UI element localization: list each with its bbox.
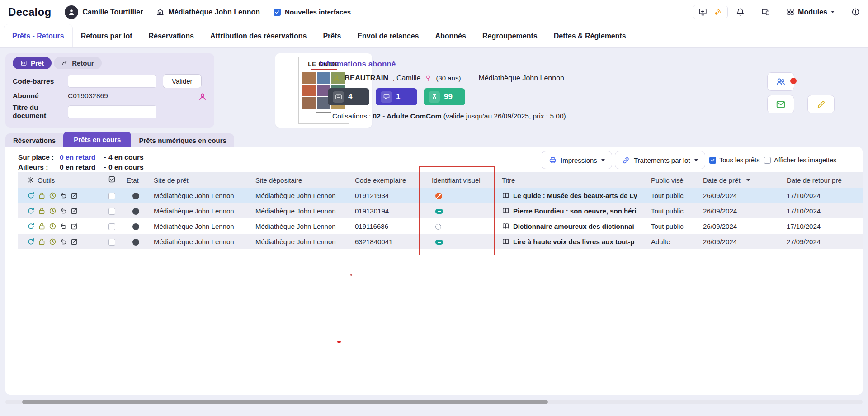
header-public-vise[interactable]: Public visé <box>646 172 698 188</box>
edit-subscriber-button[interactable] <box>807 95 835 113</box>
app-logo[interactable]: Decalog <box>8 6 51 19</box>
nav-tab-retours-par-lot[interactable]: Retours par lot <box>73 24 141 47</box>
nav-tab-dettes[interactable]: Dettes & Règlements <box>546 24 634 47</box>
nav-tab-attribution[interactable]: Attribution des réservations <box>202 24 315 47</box>
return-loan-icon[interactable] <box>60 207 67 215</box>
history-clock-icon[interactable] <box>49 238 57 246</box>
help-icon[interactable] <box>851 8 860 16</box>
return-loan-icon[interactable] <box>60 222 67 230</box>
cell-titre[interactable]: Pierre Bourdieu : son oeuvre, son héri <box>513 207 637 215</box>
new-interfaces-toggle[interactable]: Nouvelles interfaces <box>274 8 351 16</box>
return-loan-icon[interactable] <box>60 192 67 199</box>
return-loan-icon[interactable] <box>60 238 67 246</box>
loan-row[interactable]: Médiathèque John Lennon Médiathèque John… <box>18 234 863 249</box>
horizontal-scrollbar-thumb[interactable] <box>22 400 548 404</box>
member-icon <box>332 74 340 82</box>
barcode-input[interactable] <box>68 75 156 88</box>
loans-count-badge[interactable]: 4 <box>328 88 369 105</box>
edit-loan-icon[interactable] <box>71 238 78 246</box>
renew-loan-icon[interactable] <box>27 192 35 199</box>
tab-pret[interactable]: Prêt <box>13 57 52 69</box>
nav-tab-prets-retours[interactable]: Prêts - Retours <box>4 24 73 47</box>
history-clock-icon[interactable] <box>49 222 57 230</box>
nav-tab-prets[interactable]: Prêts <box>315 24 349 47</box>
subtab-prets-numeriques[interactable]: Prêts numériques en cours <box>131 134 234 147</box>
current-user[interactable]: Camille Tourtillier <box>65 5 143 19</box>
status-dot <box>132 223 139 230</box>
library-building-icon <box>156 8 164 16</box>
show-thumbnails-checkbox[interactable] <box>764 157 771 164</box>
cell-titre[interactable]: Dictionnaire amoureux des dictionnai <box>513 222 634 230</box>
header-identifiant-visuel[interactable]: Identifiant visuel <box>427 172 497 188</box>
lock-icon[interactable] <box>38 192 46 199</box>
subtab-reservations[interactable]: Réservations <box>5 134 63 147</box>
new-interfaces-checkbox[interactable] <box>274 9 281 16</box>
audio-assist-icon[interactable] <box>713 8 722 16</box>
header-outils[interactable]: Outils <box>38 176 55 184</box>
edit-loan-icon[interactable] <box>71 207 78 215</box>
cell-date-retour: 17/10/2024 <box>782 218 863 234</box>
select-all-checkbox-icon[interactable] <box>108 175 116 183</box>
loan-row[interactable]: Médiathèque John Lennon Médiathèque John… <box>18 203 863 218</box>
send-message-button[interactable] <box>767 95 794 113</box>
row-checkbox[interactable] <box>108 223 115 230</box>
row-checkbox[interactable] <box>108 193 115 199</box>
all-loans-toggle[interactable]: Tous les prêts <box>709 156 760 164</box>
nav-tab-relances[interactable]: Envoi de relances <box>349 24 427 47</box>
member-person-icon[interactable] <box>198 92 207 101</box>
tab-retour[interactable]: Retour <box>54 57 101 69</box>
cell-titre[interactable]: Lire à haute voix des livres aux tout-p <box>513 238 634 246</box>
nav-tab-abonnes[interactable]: Abonnés <box>427 24 474 47</box>
nav-tab-reservations[interactable]: Réservations <box>141 24 203 47</box>
batch-processing-button[interactable]: Traitements par lot <box>615 151 705 169</box>
history-clock-icon[interactable] <box>49 192 57 199</box>
loan-row[interactable]: Médiathèque John Lennon Médiathèque John… <box>18 218 863 234</box>
header-etat[interactable]: Etat <box>122 172 149 188</box>
summary-ailleurs: Ailleurs :0 en retard-0 en cours <box>18 162 144 172</box>
cell-site-pret: Médiathèque John Lennon <box>149 203 251 218</box>
loans-panel: Sur place :0 en retard-4 en cours Ailleu… <box>5 147 863 395</box>
separator <box>778 7 778 17</box>
sort-desc-icon[interactable] <box>746 179 750 181</box>
header-site-depositaire[interactable]: Site dépositaire <box>251 172 350 188</box>
history-clock-icon[interactable] <box>49 207 57 215</box>
header-code-exemplaire[interactable]: Code exemplaire <box>350 172 427 188</box>
cell-date-pret: 26/09/2024 <box>698 188 782 203</box>
show-thumbnails-toggle[interactable]: Afficher les imagettes <box>764 156 836 164</box>
nav-tab-regroupements[interactable]: Regroupements <box>474 24 546 47</box>
doc-title-input[interactable] <box>68 105 156 118</box>
quota-badge[interactable]: 99 <box>424 88 465 105</box>
validate-button[interactable]: Valider <box>163 74 202 88</box>
renew-loan-icon[interactable] <box>27 222 35 230</box>
edit-loan-icon[interactable] <box>71 222 78 230</box>
header-titre[interactable]: Titre <box>497 172 646 188</box>
screen-share-icon[interactable] <box>698 8 707 16</box>
modules-icon <box>787 8 794 16</box>
devices-icon[interactable] <box>761 8 770 16</box>
renew-loan-icon[interactable] <box>27 207 35 215</box>
cell-titre[interactable]: Le guide : Musée des beaux-arts de Ly <box>513 192 637 199</box>
renew-loan-icon[interactable] <box>27 238 35 246</box>
horizontal-scrollbar-track[interactable] <box>5 400 863 404</box>
row-checkbox[interactable] <box>108 239 115 246</box>
modules-menu-button[interactable]: Modules <box>787 8 835 16</box>
cotisation-label: Cotisations : <box>332 112 371 120</box>
current-library[interactable]: Médiathèque John Lennon <box>156 8 260 16</box>
loan-row[interactable]: Médiathèque John Lennon Médiathèque John… <box>18 188 863 203</box>
edit-loan-icon[interactable] <box>71 192 78 199</box>
notifications-bell-icon[interactable] <box>736 8 745 16</box>
impressions-button[interactable]: Impressions <box>542 151 612 169</box>
sur-place-late[interactable]: 0 en retard <box>60 152 101 162</box>
subtab-prets-en-cours[interactable]: Prêts en cours <box>63 132 131 147</box>
row-checkbox[interactable] <box>108 208 115 215</box>
annotation-mark <box>350 274 352 276</box>
header-date-retour[interactable]: Date de retour pré <box>782 172 863 188</box>
header-site-pret[interactable]: Site de prêt <box>149 172 251 188</box>
lock-icon[interactable] <box>38 238 46 246</box>
all-loans-checkbox[interactable] <box>709 157 716 164</box>
header-date-pret[interactable]: Date de prêt <box>703 176 741 184</box>
cell-site-depositaire: Médiathèque John Lennon <box>251 203 350 218</box>
lock-icon[interactable] <box>38 207 46 215</box>
messages-count-badge[interactable]: 1 <box>376 88 417 105</box>
lock-icon[interactable] <box>38 222 46 230</box>
